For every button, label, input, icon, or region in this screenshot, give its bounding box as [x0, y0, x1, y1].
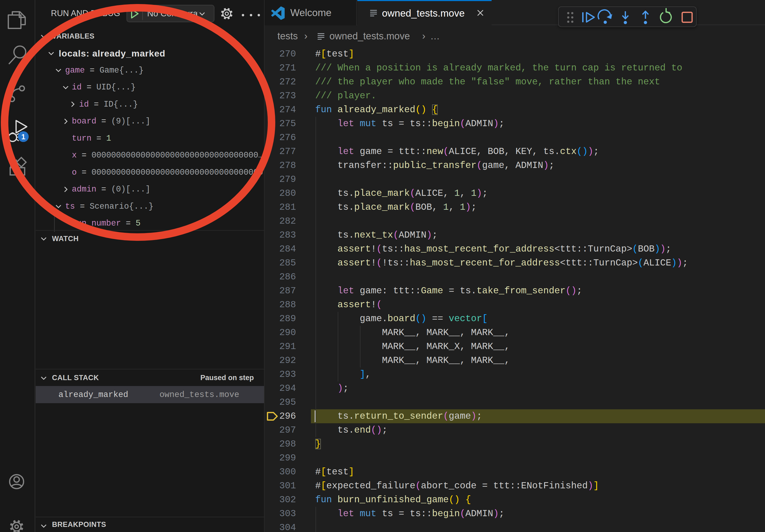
svg-text:1: 1: [21, 133, 25, 141]
